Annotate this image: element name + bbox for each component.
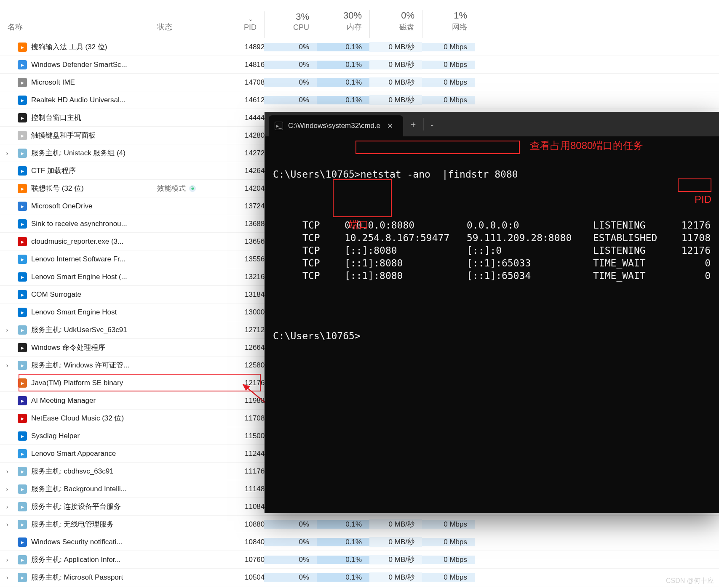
table-row[interactable]: ›▸服务主机: Microsoft Passport105040%0.1%0 M…	[0, 569, 719, 586]
globe-icon: ▸	[18, 255, 27, 264]
table-row[interactable]: ▸Windows Defender SmartSc...148160%0.1%0…	[0, 56, 719, 74]
column-disk-label: 磁盘	[399, 22, 414, 32]
process-name: 服务主机: 无线电管理服务	[31, 519, 114, 529]
cmd-tab[interactable]: ▸_ C:\Windows\system32\cmd.e ✕	[269, 115, 403, 136]
netstat-state: LISTENING	[593, 245, 677, 257]
process-name-cell: ▸Lenovo Internet Software Fr...	[14, 255, 150, 264]
process-name-cell: ▸服务主机: UdkUserSvc_63c91	[14, 325, 150, 335]
process-disk: 0 MB/秒	[369, 42, 422, 52]
tab-dropdown-icon[interactable]: ⌄	[423, 118, 440, 130]
cpu-percent: 3%	[296, 11, 309, 22]
process-name: Lenovo Smart Appearance	[31, 450, 116, 458]
audio-icon: ▸	[18, 96, 27, 105]
process-cpu: 0%	[264, 96, 317, 104]
expand-chevron-icon[interactable]: ›	[0, 468, 14, 475]
table-row[interactable]: ▸Windows Security notificati...108400%0.…	[0, 533, 719, 551]
expand-chevron-icon[interactable]: ›	[0, 556, 14, 563]
expand-chevron-icon[interactable]: ›	[0, 521, 14, 528]
column-net-header[interactable]: 1% 网络	[422, 10, 475, 38]
gear-icon: ▸	[18, 555, 27, 564]
process-mem: 0.1%	[317, 78, 369, 87]
process-name-cell: ▸Realtek HD Audio Universal...	[14, 96, 150, 105]
process-pid: 14892	[237, 43, 264, 51]
column-status-header[interactable]: 状态	[150, 22, 237, 38]
expand-chevron-icon[interactable]: ›	[0, 150, 14, 157]
sysdiag-icon: ▸	[18, 431, 27, 441]
process-mem: 0.1%	[317, 520, 369, 529]
expand-chevron-icon[interactable]: ›	[0, 362, 14, 369]
process-name-cell: ▸Windows 命令处理程序	[14, 343, 150, 352]
column-net-label: 网络	[452, 22, 467, 32]
column-pid-header[interactable]: ⌄ PID	[237, 16, 264, 38]
column-name-header[interactable]: 名称	[0, 22, 150, 38]
cmd-window[interactable]: ▸_ C:\Windows\system32\cmd.e ✕ ＋ ⌄ C:\Us…	[265, 112, 719, 513]
netease-icon: ▸	[18, 414, 27, 423]
expand-chevron-icon[interactable]: ›	[0, 574, 14, 581]
netstat-local: [::]:8080	[345, 245, 467, 257]
process-pid: 14264	[237, 167, 264, 175]
process-pid: 11500	[237, 432, 264, 440]
sink-icon: ▸	[18, 219, 27, 229]
process-name: 服务主机: cbdhsvc_63c91	[31, 466, 114, 476]
process-pid: 10840	[237, 538, 264, 546]
process-mem: 0.1%	[317, 43, 369, 51]
process-name: 控制台窗口主机	[31, 113, 81, 122]
netstat-proto: TCP	[302, 270, 345, 282]
process-pid: 14444	[237, 114, 264, 122]
process-cpu: 0%	[264, 43, 317, 51]
process-pid: 12580	[237, 361, 264, 370]
expand-chevron-icon[interactable]: ›	[0, 486, 14, 492]
process-pid: 12664	[237, 343, 264, 352]
table-row[interactable]: ▸Microsoft IME147080%0.1%0 MB/秒0 Mbps	[0, 74, 719, 91]
process-pid: 14204	[237, 184, 264, 193]
process-pid: 13216	[237, 273, 264, 281]
process-name-cell: ▸Sink to receive asynchronou...	[14, 219, 150, 229]
gear-icon: ▸	[18, 573, 27, 582]
process-name-cell: ▸Lenovo Smart Engine Host (...	[14, 272, 150, 282]
cmd-titlebar[interactable]: ▸_ C:\Windows\system32\cmd.e ✕ ＋ ⌄	[265, 112, 719, 136]
table-row[interactable]: ›▸服务主机: 无线电管理服务108800%0.1%0 MB/秒0 Mbps	[0, 516, 719, 533]
process-pid: 10504	[237, 573, 264, 582]
process-cpu: 0%	[264, 520, 317, 529]
netstat-pid: 0	[677, 270, 711, 282]
process-name: Realtek HD Audio Universal...	[31, 96, 126, 104]
process-name: 搜狗输入法 工具 (32 位)	[31, 42, 107, 52]
process-pid: 12712	[237, 326, 264, 334]
netstat-pid: 12176	[677, 219, 711, 232]
cmd-command: netstat -ano |findstr 8080	[361, 168, 518, 181]
column-disk-header[interactable]: 0% 磁盘	[369, 10, 422, 38]
process-mem: 0.1%	[317, 61, 369, 69]
netstat-local: 0.0.0.0:8080	[345, 219, 467, 232]
cloud-icon: ▸	[18, 202, 27, 211]
process-disk: 0 MB/秒	[369, 555, 422, 564]
table-row[interactable]: ›▸服务主机: Application Infor...107600%0.1%0…	[0, 551, 719, 569]
process-name: 服务主机: Microsoft Passport	[31, 572, 123, 582]
process-name: 服务主机: Application Infor...	[31, 555, 121, 564]
process-name-cell: ▸Java(TM) Platform SE binary	[14, 378, 150, 388]
expand-chevron-icon[interactable]: ›	[0, 503, 14, 510]
shield-icon: ▸	[18, 537, 27, 547]
netstat-state: LISTENING	[593, 219, 677, 232]
column-mem-header[interactable]: 30% 内存	[317, 10, 369, 38]
process-name: Lenovo Internet Software Fr...	[31, 255, 126, 263]
tab-close-icon[interactable]: ✕	[385, 122, 395, 130]
table-row[interactable]: ▸搜狗输入法 工具 (32 位)148920%0.1%0 MB/秒0 Mbps	[0, 38, 719, 56]
process-name-cell: ▸服务主机: Microsoft Passport	[14, 572, 150, 582]
netstat-row: TCP10.254.8.167:5947759.111.209.28:8080E…	[273, 232, 711, 245]
netstat-pid: 0	[677, 257, 711, 270]
watermark: CSDN @何中应	[666, 577, 714, 585]
process-name-cell: ▸cloudmusic_reporter.exe (3...	[14, 237, 150, 246]
process-pid: 11176	[237, 467, 264, 476]
process-name: NetEase Cloud Music (32 位)	[31, 413, 124, 423]
process-mem: 0.1%	[317, 556, 369, 564]
process-pid: 14612	[237, 96, 264, 104]
cmd-body[interactable]: C:\Users\10765>netstat -ano |findstr 808…	[265, 136, 719, 513]
table-row[interactable]: ▸Realtek HD Audio Universal...146120%0.1…	[0, 91, 719, 109]
annotation-command-desc: 查看占用8080端口的任务	[530, 139, 643, 152]
process-name: 服务主机: Windows 许可证管...	[31, 360, 129, 370]
engine-icon: ▸	[18, 308, 27, 317]
expand-chevron-icon[interactable]: ›	[0, 327, 14, 333]
process-cpu: 0%	[264, 78, 317, 87]
new-tab-button[interactable]: ＋	[403, 112, 423, 136]
column-cpu-header[interactable]: 3% CPU	[264, 11, 317, 38]
